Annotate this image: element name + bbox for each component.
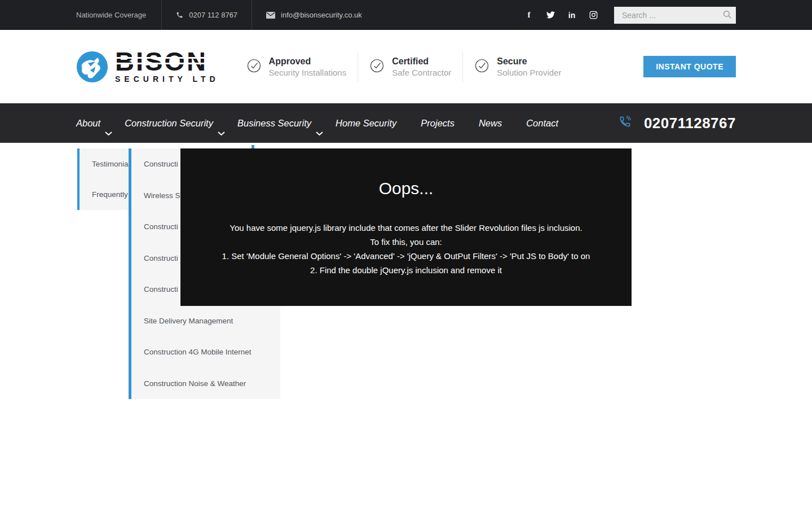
error-title: Oops... [180, 178, 632, 199]
nav-item-news[interactable]: News [479, 118, 502, 129]
search-icon[interactable] [722, 10, 732, 20]
badge-secure: Secure Solution Provider [462, 52, 572, 82]
error-line: You have some jquery.js library include … [180, 221, 632, 235]
menu-item-construction-noise-weather[interactable]: Construction Noise & Weather [131, 368, 280, 400]
logo[interactable]: BISON SECURITY LTD [76, 50, 219, 84]
nav-item-about[interactable]: About [76, 118, 100, 129]
check-circle-icon [474, 58, 489, 76]
badge-subtitle: Security Installations [269, 67, 347, 78]
instant-quote-button[interactable]: INSTANT QUOTE [643, 56, 736, 77]
nav-item-label[interactable]: Contact [526, 118, 558, 128]
topbar-email[interactable]: info@bisonsecurity.co.uk [252, 11, 376, 19]
error-message: You have some jquery.js library include … [180, 221, 632, 277]
linkedin-icon[interactable]: in [567, 11, 577, 20]
badge-title: Secure [497, 55, 561, 67]
menu-item-site-delivery-management[interactable]: Site Delivery Management [131, 305, 280, 337]
chevron-down-icon [316, 128, 323, 138]
facebook-icon[interactable]: f [524, 11, 534, 20]
main-nav: About Construction Security Business Sec… [0, 103, 812, 143]
slider-revolution-error-overlay: Oops... You have some jquery.js library … [180, 148, 632, 306]
feature-badges: Approved Security Installations Certifie… [235, 52, 573, 82]
page: Nationwide Coverage 0207 112 8767 info@b… [0, 0, 812, 508]
error-line: 2. Find the double jQuery.js inclusion a… [180, 263, 632, 277]
nav-item-home-security[interactable]: Home Security [336, 118, 396, 129]
search-input[interactable] [614, 7, 736, 24]
menu-item-construction-4g-mobile-internet[interactable]: Construction 4G Mobile Internet [131, 336, 280, 368]
phone-call-icon [618, 115, 632, 131]
badge-approved: Approved Security Installations [235, 52, 358, 82]
topbar-phone-number: 0207 112 8767 [189, 11, 237, 19]
nav-phone[interactable]: 02071128767 [618, 115, 736, 132]
phone-icon [176, 11, 183, 19]
nav-item-construction-security[interactable]: Construction Security [125, 118, 213, 129]
badge-certified: Certified Safe Contractor [358, 52, 462, 82]
check-circle-icon [246, 58, 262, 76]
nav-item-label[interactable]: Construction Security [125, 118, 213, 128]
error-line: To fix this, you can: [180, 235, 632, 249]
check-circle-icon [369, 58, 385, 76]
chevron-down-icon [105, 128, 112, 138]
nav-item-business-security[interactable]: Business Security [237, 118, 311, 129]
logo-subtitle: SECURITY LTD [115, 75, 219, 84]
topbar-email-address: info@bisonsecurity.co.uk [281, 11, 362, 19]
top-bar-right: f in [524, 7, 736, 24]
search-box [614, 7, 736, 24]
nav-item-label[interactable]: Business Security [237, 118, 311, 128]
twitter-icon[interactable] [545, 11, 555, 19]
nav-item-projects[interactable]: Projects [421, 118, 454, 129]
envelope-icon [266, 12, 275, 19]
nav-item-label[interactable]: Projects [421, 118, 454, 128]
topbar-phone[interactable]: 0207 112 8767 [162, 11, 251, 19]
nav-item-label[interactable]: News [479, 118, 502, 128]
nav-item-label[interactable]: Home Security [336, 118, 396, 128]
social-links: f in [524, 11, 598, 20]
logo-stripe [115, 57, 219, 59]
top-bar: Nationwide Coverage 0207 112 8767 info@b… [0, 0, 812, 30]
coverage-text: Nationwide Coverage [76, 11, 146, 19]
badge-title: Certified [392, 55, 451, 67]
nav-item-label[interactable]: About [76, 118, 100, 128]
badge-subtitle: Safe Contractor [392, 67, 451, 78]
site-header: BISON SECURITY LTD Approved Security Ins… [0, 30, 812, 103]
top-bar-left: Nationwide Coverage 0207 112 8767 info@b… [76, 0, 376, 30]
bison-logo-icon [76, 51, 108, 83]
logo-text: BISON SECURITY LTD [115, 50, 219, 84]
badge-title: Approved [269, 55, 347, 67]
logo-title: BISON [115, 50, 219, 73]
error-line: 1. Set 'Module General Options' -> 'Adva… [180, 249, 632, 263]
chevron-down-icon [218, 128, 225, 138]
logo-stripe [115, 63, 219, 64]
nav-item-contact[interactable]: Contact [526, 118, 558, 129]
nav-phone-number: 02071128767 [644, 115, 736, 132]
badge-subtitle: Solution Provider [497, 67, 561, 78]
nav-menu: About Construction Security Business Sec… [76, 118, 558, 129]
instagram-icon[interactable] [588, 11, 598, 19]
